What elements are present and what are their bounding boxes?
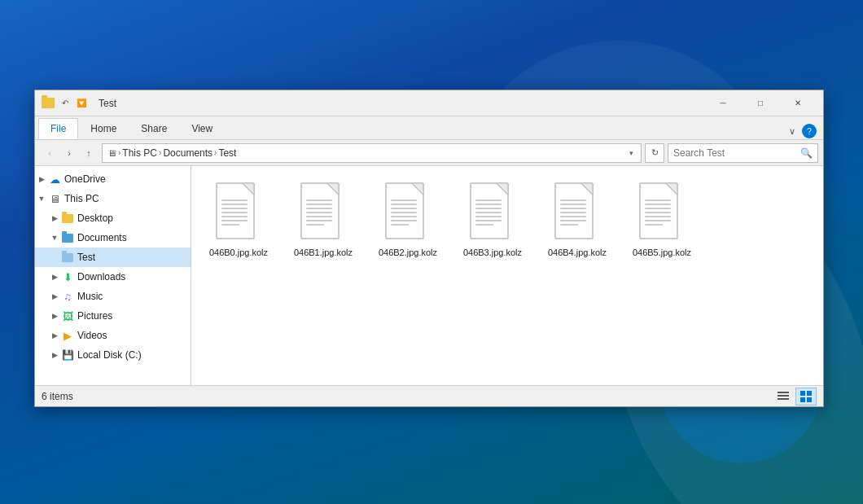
file-icon-wrapper <box>463 178 522 243</box>
view-tile-btn[interactable] <box>795 388 817 405</box>
expander-downloads[interactable]: ▶ <box>48 267 61 287</box>
back-button[interactable]: ‹ <box>40 143 59 163</box>
sidebar-item-documents[interactable]: ▼ Documents <box>35 228 191 248</box>
svg-rect-48 <box>645 204 671 205</box>
file-icon-svg <box>215 182 262 240</box>
sidebar-item-downloads[interactable]: ▶ ⬇ Downloads <box>35 267 191 287</box>
expander-local-disk[interactable]: ▶ <box>48 345 61 365</box>
ribbon-expand-btn[interactable]: ∨ <box>784 123 800 139</box>
svg-rect-13 <box>306 208 332 209</box>
maximize-button[interactable]: □ <box>742 90 779 116</box>
file-name: 046B2.jpg.kolz <box>379 247 437 258</box>
svg-rect-39 <box>560 204 586 205</box>
svg-rect-18 <box>386 183 423 239</box>
file-item[interactable]: 046B1.jpg.kolz <box>283 173 364 264</box>
svg-rect-16 <box>306 220 332 221</box>
file-icon-svg <box>384 182 432 240</box>
expander-music[interactable]: ▶ <box>48 287 61 306</box>
file-item[interactable]: 046B4.jpg.kolz <box>537 173 618 264</box>
expander-desktop[interactable]: ▶ <box>48 208 61 228</box>
svg-rect-11 <box>306 199 332 201</box>
expander-videos[interactable]: ▶ <box>48 326 61 345</box>
svg-rect-30 <box>475 204 502 205</box>
svg-rect-44 <box>560 224 578 226</box>
title-bar-icons: ↶ 🔽 <box>42 96 89 111</box>
svg-rect-47 <box>645 199 671 201</box>
svg-rect-9 <box>301 183 339 239</box>
explorer-window: ↶ 🔽 Test ─ □ ✕ File Home Share View ∨ ? … <box>34 90 824 407</box>
file-icon-wrapper <box>209 178 268 243</box>
svg-rect-25 <box>391 220 417 221</box>
music-icon: ♫ <box>61 290 74 303</box>
tab-view[interactable]: View <box>179 118 225 139</box>
expander-onedrive[interactable]: ▶ <box>35 169 48 189</box>
videos-icon: ▶ <box>61 329 74 342</box>
quick-undo-btn[interactable]: ↶ <box>58 96 72 111</box>
content-area[interactable]: 046B0.jpg.kolz 046B1.jpg.kolz 046B2.jpg.… <box>191 166 823 385</box>
desktop-folder-icon <box>61 212 74 225</box>
file-name: 046B0.jpg.kolz <box>209 247 268 258</box>
svg-rect-51 <box>645 216 671 217</box>
window-folder-icon <box>42 98 55 108</box>
up-button[interactable]: ↑ <box>79 143 99 163</box>
svg-rect-31 <box>475 208 502 209</box>
test-label: Test <box>77 252 95 263</box>
file-item[interactable]: 046B3.jpg.kolz <box>452 173 533 264</box>
file-icon-wrapper <box>294 178 353 243</box>
breadcrumb-arrow-3: › <box>214 148 217 157</box>
breadcrumb-documents[interactable]: Documents <box>163 147 212 159</box>
sidebar-item-videos[interactable]: ▶ ▶ Videos <box>35 326 191 345</box>
this-pc-icon: 🖥 <box>48 192 61 205</box>
sidebar-item-music[interactable]: ▶ ♫ Music <box>35 287 191 306</box>
file-item[interactable]: 046B2.jpg.kolz <box>367 173 449 264</box>
expander-pictures[interactable]: ▶ <box>48 306 61 326</box>
address-dropdown-btn[interactable]: ▾ <box>626 143 636 163</box>
file-icon-svg <box>300 182 347 240</box>
breadcrumb-test[interactable]: Test <box>218 147 236 159</box>
svg-rect-59 <box>800 397 805 402</box>
search-input[interactable] <box>673 147 800 159</box>
file-icon-wrapper <box>633 178 691 243</box>
breadcrumb-this-pc[interactable]: This PC <box>122 147 157 159</box>
view-list-icon <box>778 391 789 402</box>
search-icon[interactable]: 🔍 <box>800 147 813 159</box>
address-box[interactable]: 🖥 › This PC › Documents › Test ▾ <box>102 143 642 163</box>
search-box[interactable]: 🔍 <box>668 143 818 163</box>
downloads-label: Downloads <box>77 271 125 283</box>
svg-rect-8 <box>221 224 239 226</box>
svg-rect-22 <box>391 208 417 209</box>
view-list-btn[interactable] <box>773 388 794 405</box>
svg-rect-29 <box>475 199 502 201</box>
refresh-button[interactable]: ↻ <box>645 143 664 163</box>
sidebar-item-test[interactable]: Test <box>35 248 191 267</box>
svg-rect-0 <box>217 183 254 239</box>
breadcrumb-arrow-2: › <box>159 148 161 157</box>
tab-home[interactable]: Home <box>78 118 129 139</box>
tab-share[interactable]: Share <box>129 118 179 139</box>
forward-button[interactable]: › <box>59 143 79 163</box>
svg-rect-17 <box>306 224 324 226</box>
sidebar-item-desktop[interactable]: ▶ Desktop <box>35 208 191 228</box>
this-pc-label: This PC <box>64 193 99 204</box>
sidebar-item-local-disk[interactable]: ▶ 💾 Local Disk (C:) <box>35 345 191 365</box>
svg-rect-40 <box>560 208 586 209</box>
sidebar-item-pictures[interactable]: ▶ 🖼 Pictures <box>35 306 191 326</box>
expander-documents[interactable]: ▼ <box>48 228 61 248</box>
status-bar: 6 items <box>35 385 823 406</box>
expander-this-pc[interactable]: ▼ <box>35 189 48 208</box>
sidebar-item-onedrive[interactable]: ▶ ☁ OneDrive <box>35 169 191 189</box>
svg-rect-26 <box>391 224 409 226</box>
quick-props-btn[interactable]: 🔽 <box>74 96 89 111</box>
file-item[interactable]: 046B0.jpg.kolz <box>198 173 279 264</box>
tab-file[interactable]: File <box>38 118 78 139</box>
minimize-button[interactable]: ─ <box>704 90 742 116</box>
ribbon-help-btn[interactable]: ? <box>802 124 817 138</box>
svg-rect-41 <box>560 212 586 213</box>
sidebar-item-this-pc[interactable]: ▼ 🖥 This PC <box>35 189 191 208</box>
close-button[interactable]: ✕ <box>779 90 817 116</box>
svg-rect-49 <box>645 208 671 209</box>
item-count: 6 items <box>42 391 773 402</box>
music-label: Music <box>77 291 103 302</box>
file-item[interactable]: 046B5.jpg.kolz <box>621 173 703 264</box>
svg-rect-14 <box>306 212 332 213</box>
